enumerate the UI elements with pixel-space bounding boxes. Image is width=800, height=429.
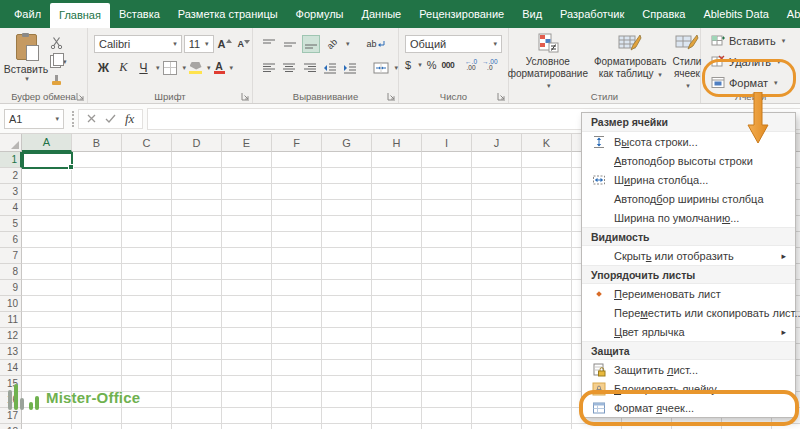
menu-item-default-width[interactable]: Ширина по умолчанию... (582, 208, 795, 227)
decrease-decimal-button[interactable]: →.00 .0 (482, 59, 498, 71)
insert-cells-caret-icon[interactable]: ▾ (782, 37, 786, 45)
orientation-caret-icon[interactable]: ▾ (346, 40, 350, 48)
column-header-A[interactable]: A (22, 134, 72, 152)
font-size-select[interactable]: 11 ▾ (184, 35, 214, 53)
format-painter-button[interactable] (50, 74, 63, 87)
name-box[interactable]: A1 ▾ (4, 109, 64, 129)
row-header-11[interactable]: 11 (0, 312, 22, 328)
cell-styles-button[interactable]: Стили ячеек ▾ (673, 33, 702, 92)
tab-home[interactable]: Главная (50, 3, 110, 28)
font-dialog-launcher[interactable] (241, 92, 250, 101)
menu-item-autofit-row-height[interactable]: Автоподбор высоты строки (582, 151, 795, 170)
fill-color-button[interactable] (187, 58, 204, 77)
delete-cells-button[interactable]: Удалить ▾ (711, 53, 800, 70)
align-right-button[interactable] (301, 59, 318, 77)
tab-help[interactable]: Справка (633, 0, 694, 28)
underline-button[interactable]: Ч (134, 58, 153, 77)
menu-item-tab-color[interactable]: Цвет ярлычка▸ (582, 322, 795, 341)
row-header-10[interactable]: 10 (0, 296, 22, 312)
orientation-button[interactable]: ab (323, 35, 341, 53)
row-header-5[interactable]: 5 (0, 216, 22, 232)
tab-data[interactable]: Данные (352, 0, 410, 28)
row-header-12[interactable]: 12 (0, 328, 22, 344)
row-header-3[interactable]: 3 (0, 184, 22, 200)
borders-caret-icon[interactable]: ▾ (183, 64, 187, 72)
tab-developer[interactable]: Разработчик (551, 0, 633, 28)
underline-caret-icon[interactable]: ▾ (156, 64, 160, 72)
number-dialog-launcher[interactable] (497, 92, 506, 101)
name-box-caret-icon[interactable]: ▾ (55, 115, 59, 123)
fill-caret-icon[interactable]: ▾ (207, 64, 211, 72)
row-header-8[interactable]: 8 (0, 264, 22, 280)
insert-cells-button[interactable]: Вставить ▾ (711, 32, 800, 49)
format-button[interactable]: Формат ▾ (711, 74, 800, 91)
menu-item-row-height[interactable]: Высота строки... (582, 132, 795, 151)
italic-button[interactable]: К (114, 58, 133, 77)
row-header-7[interactable]: 7 (0, 248, 22, 264)
align-top-button[interactable] (260, 35, 278, 53)
column-header-D[interactable]: D (172, 134, 222, 152)
tab-page-layout[interactable]: Разметка страницы (169, 0, 287, 28)
row-header-18[interactable]: 18 (0, 424, 22, 429)
insert-function-button[interactable]: fx (125, 111, 134, 127)
menu-item-autofit-column-width[interactable]: Автоподбор ширины столбца (582, 189, 795, 208)
increase-indent-button[interactable] (342, 59, 359, 77)
format-caret-icon[interactable]: ▾ (774, 79, 778, 87)
increase-decimal-button[interactable]: ←.0 .00 (465, 59, 477, 71)
menu-item-column-width[interactable]: Ширина столбца... (582, 170, 795, 189)
selected-cell-a1[interactable] (22, 152, 73, 169)
grow-font-button[interactable]: А (216, 38, 234, 50)
cancel-icon[interactable] (87, 114, 96, 123)
font-name-select[interactable]: Calibri ▾ (94, 35, 182, 53)
shrink-font-button[interactable]: А (236, 39, 253, 49)
menu-item-format-cells[interactable]: Формат ячеек... (582, 398, 795, 417)
row-header-17[interactable]: 17 (0, 408, 22, 424)
conditional-formatting-button[interactable]: Условное форматирование ▾ (508, 33, 588, 92)
tab-view[interactable]: Вид (513, 0, 551, 28)
number-format-select[interactable]: Общий ▾ (405, 35, 502, 53)
column-header-J[interactable]: J (472, 134, 522, 152)
decrease-indent-button[interactable] (321, 59, 338, 77)
menu-item-move-copy-sheet[interactable]: Переместить или скопировать лист... (582, 303, 795, 322)
copy-button[interactable]: ▾ (50, 55, 67, 68)
align-center-button[interactable] (280, 59, 297, 77)
column-header-G[interactable]: G (322, 134, 372, 152)
merge-caret-icon[interactable]: ▾ (394, 64, 398, 72)
format-as-table-button[interactable]: Форматировать как таблицу ▾ (594, 33, 667, 92)
merge-center-button[interactable] (372, 59, 389, 77)
column-header-F[interactable]: F (272, 134, 322, 152)
tab-review[interactable]: Рецензирование (410, 0, 513, 28)
row-header-14[interactable]: 14 (0, 360, 22, 376)
menu-item-lock-cell[interactable]: Блокировать ячейку (582, 379, 795, 398)
menu-item-hide-unhide[interactable]: Скрыть или отобразить▸ (582, 246, 795, 265)
enter-check-icon[interactable] (105, 114, 116, 123)
alignment-dialog-launcher[interactable] (387, 92, 396, 101)
percent-button[interactable]: % (427, 59, 437, 71)
delete-cells-caret-icon[interactable]: ▾ (777, 58, 781, 66)
borders-button[interactable] (161, 58, 180, 77)
menu-item-rename-sheet[interactable]: Переименовать лист (582, 284, 795, 303)
comma-style-button[interactable]: 000 (441, 60, 454, 70)
row-header-1[interactable]: 1 (0, 152, 22, 168)
tab-formulas[interactable]: Формулы (287, 0, 353, 28)
row-header-13[interactable]: 13 (0, 344, 22, 360)
row-header-9[interactable]: 9 (0, 280, 22, 296)
align-bottom-button[interactable] (302, 35, 320, 53)
tab-file[interactable]: Файл (5, 0, 50, 28)
row-header-6[interactable]: 6 (0, 232, 22, 248)
column-header-B[interactable]: B (72, 134, 122, 152)
paste-caret-icon[interactable]: ▾ (25, 75, 29, 83)
font-color-button[interactable]: А (212, 58, 227, 77)
wrap-text-button[interactable]: ab (367, 35, 385, 53)
clipboard-dialog-launcher[interactable] (76, 92, 85, 101)
select-all-corner[interactable] (0, 134, 22, 152)
row-header-2[interactable]: 2 (0, 168, 22, 184)
currency-caret-icon[interactable]: ▾ (418, 61, 422, 69)
menu-item-protect-sheet[interactable]: Защитить лист... (582, 360, 795, 379)
column-header-C[interactable]: C (122, 134, 172, 152)
cut-button[interactable] (50, 36, 63, 49)
paste-button[interactable]: Вставить ▾ (6, 34, 46, 92)
currency-button[interactable]: $ (405, 59, 411, 71)
bold-button[interactable]: Ж (94, 58, 113, 77)
column-header-E[interactable]: E (222, 134, 272, 152)
